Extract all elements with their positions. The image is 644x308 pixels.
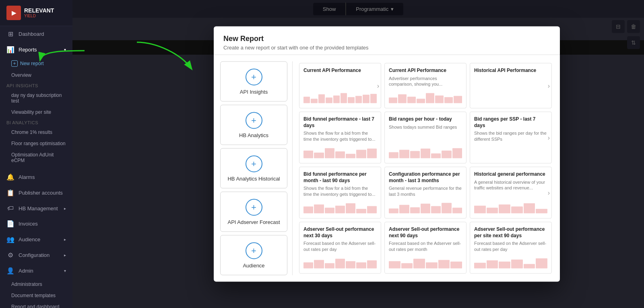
template-current-api-perf[interactable]: Current API Performance ›: [299, 63, 381, 109]
sidebar-item-audience[interactable]: 👥 Audience ▸: [0, 232, 72, 247]
sidebar-optimisation[interactable]: Optimisation AdUnit eCPM: [0, 149, 72, 166]
hb-icon: 🏷: [6, 205, 14, 212]
hb-analytics-historical-icon: +: [246, 155, 262, 172]
config-icon: ⚙: [6, 251, 14, 259]
bi-analytics-label: BI Analytics: [0, 118, 72, 127]
logo-text: RELEVANT YIELD: [24, 8, 54, 18]
templates-grid: Current API Performance › Current API P: [293, 62, 553, 275]
audience-arrow: ▸: [64, 237, 66, 242]
template-arrow-0: ›: [377, 82, 379, 89]
category-section: + API Insights + HB Analytics + HB Analy…: [220, 62, 293, 275]
modal-body: + API Insights + HB Analytics + HB Analy…: [214, 55, 560, 282]
template-chart-10: [389, 257, 462, 269]
template-adserver-site-90d[interactable]: Adserver Sell-out performance per site n…: [470, 222, 552, 274]
sidebar: ▶ RELEVANT YIELD ⊞ Dashboard 📊 Reports ▾…: [0, 0, 72, 308]
sidebar-item-publisher-accounts[interactable]: 📋 Publisher accounts: [0, 185, 72, 201]
template-chart-4: [389, 147, 462, 159]
sidebar-item-admin[interactable]: 👤 Admin ▾: [0, 263, 72, 279]
reports-arrow: ▾: [64, 47, 66, 52]
sidebar-floor-ranges[interactable]: Floor ranges optimisation: [0, 138, 72, 149]
sidebar-item-invoices[interactable]: 📄 Invoices: [0, 216, 72, 232]
admin-arrow: ▾: [64, 269, 66, 273]
plus-icon: +: [11, 60, 18, 67]
publisher-icon: 📋: [6, 189, 14, 197]
reports-icon: 📊: [6, 46, 14, 53]
template-arrow-2: ›: [548, 82, 550, 89]
template-bid-ranges-hour[interactable]: Bid ranges per hour - today Shows todays…: [384, 112, 466, 164]
sidebar-item-reports[interactable]: 📊 Reports ▾: [0, 42, 72, 57]
template-chart-3: [303, 147, 377, 159]
template-arrow-8: ›: [548, 189, 550, 196]
template-chart-11: [474, 257, 547, 269]
category-api-adserver-forecast[interactable]: + API Adserver Forecast: [220, 192, 287, 232]
audience-icon: 👥: [6, 236, 14, 243]
config-arrow: ▸: [64, 253, 66, 257]
template-current-api-perf-2[interactable]: Current API Performance Advertiser perfo…: [384, 63, 466, 109]
sidebar-administrators[interactable]: Administrators: [0, 279, 72, 290]
template-bid-ranges-ssp[interactable]: Bid ranges per SSP - last 7 days Shows t…: [470, 112, 552, 164]
api-insights-label: API Insights: [0, 81, 72, 90]
template-chart-6: [303, 202, 377, 214]
audience-cat-icon: +: [246, 242, 262, 259]
template-historical-general[interactable]: Historical general performance A general…: [470, 167, 552, 219]
modal-subtitle: Create a new report or start with one of…: [223, 45, 550, 51]
category-api-insights[interactable]: + API Insights: [220, 62, 287, 102]
template-chart-0: [303, 92, 377, 104]
template-historical-api-perf[interactable]: Historical API Performance ›: [470, 63, 552, 109]
logo-icon: ▶: [6, 6, 21, 20]
category-audience[interactable]: + Audience: [220, 235, 287, 275]
sidebar-report-dashboard[interactable]: Report and dashboard: [0, 301, 72, 308]
template-chart-8: [474, 202, 547, 214]
template-config-perf-month[interactable]: Configuration performance per month - la…: [384, 167, 466, 219]
sidebar-item-configuration[interactable]: ⚙ Configuration ▸: [0, 247, 72, 263]
hb-analytics-icon: +: [246, 112, 262, 129]
alarms-icon: 🔔: [6, 173, 14, 181]
template-bid-funnel-month[interactable]: Bid funnel performance per month - last …: [299, 167, 381, 219]
category-hb-analytics-historical[interactable]: + HB Analytics Historical: [220, 148, 287, 189]
sidebar-overview[interactable]: Overview: [0, 70, 72, 81]
modal-title: New Report: [223, 35, 550, 43]
template-arrow-5: ›: [548, 134, 550, 141]
api-adserver-icon: +: [246, 199, 262, 216]
modal-header: New Report Create a new report or start …: [214, 27, 560, 55]
dashboard-icon: ⊞: [6, 30, 14, 38]
admin-icon: 👤: [6, 267, 14, 275]
template-adserver-30d[interactable]: Adserver Sell-out performance next 30 da…: [299, 222, 381, 274]
sidebar-document-templates[interactable]: Document templates: [0, 290, 72, 301]
hb-arrow: ▸: [64, 206, 66, 211]
template-chart-9: [303, 257, 377, 269]
category-hb-analytics[interactable]: + HB Analytics: [220, 105, 287, 145]
sidebar-day-ny-sub[interactable]: day ny day subscription test: [0, 90, 72, 107]
template-chart-1: [389, 92, 462, 104]
logo: ▶ RELEVANT YIELD: [0, 0, 72, 26]
sidebar-item-dashboard[interactable]: ⊞ Dashboard: [0, 26, 72, 42]
new-report-modal: New Report Create a new report or start …: [214, 27, 560, 282]
sidebar-viewability[interactable]: Viewability per site: [0, 107, 72, 118]
invoices-icon: 📄: [6, 220, 14, 228]
template-chart-7: [389, 202, 462, 214]
template-bid-funnel-7d[interactable]: Bid funnel performance - last 7 days Sho…: [299, 112, 381, 164]
sidebar-chrome-results[interactable]: Chrome 1% results: [0, 127, 72, 138]
sidebar-new-report[interactable]: + New report: [0, 57, 72, 70]
template-adserver-90d[interactable]: Adserver Sell-out performance next 90 da…: [384, 222, 466, 274]
main-content: Show Programmatic ▾ ≡ ⊟ 🗑 ⇅: [72, 0, 644, 308]
sidebar-item-alarms[interactable]: 🔔 Alarms: [0, 169, 72, 185]
api-insights-icon: +: [246, 68, 262, 85]
sidebar-item-hb-management[interactable]: 🏷 HB Management ▸: [0, 201, 72, 216]
